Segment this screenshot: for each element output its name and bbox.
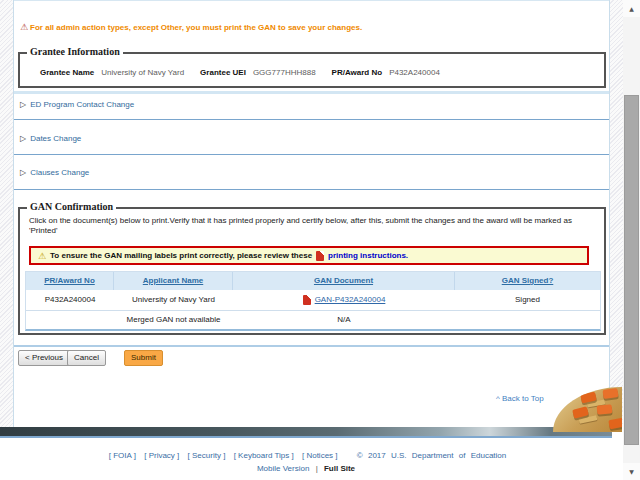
footer-link-group: [ Notices ] [302,451,338,460]
submit-button[interactable]: Submit [124,350,163,366]
left-margin-pattern [0,0,13,427]
section-label[interactable]: Dates Change [30,134,81,143]
divider [14,189,609,190]
header-pr-award-no[interactable]: PR/Award No [26,272,114,290]
copyright-text: © 2017 U.S. Department of Education [357,451,506,460]
bracket: ] [335,451,337,460]
footer-banner [0,427,612,438]
gan-confirmation-legend: GAN Confirmation [27,201,116,212]
bracket: [ [302,451,304,460]
header-applicant-name[interactable]: Applicant Name [114,272,233,290]
footer-link-group: [ Privacy ] [144,451,179,460]
gan-confirmation-page: ▲ ▼ ⚠ For all admin action types, except… [0,0,640,480]
bracket: [ [144,451,146,460]
gan-confirmation-description: Click on the document(s) below to print.… [29,216,595,236]
pr-award-no-value: P432A240004 [389,68,440,77]
vertical-scrollbar[interactable]: ▲ ▼ [623,0,640,480]
top-warning: ⚠ For all admin action types, except Oth… [20,22,362,32]
cell-gan-signed: Signed [455,291,600,309]
grantee-uei-value: GGG777HHH888 [253,68,316,77]
gan-documents-table: PR/Award No Applicant Name GAN Document … [25,271,601,331]
table-row: Merged GAN not available N/A [26,310,600,329]
table-header-row: PR/Award No Applicant Name GAN Document … [26,272,600,290]
grantee-name-value: University of Navy Yard [101,68,184,77]
divider [14,91,609,94]
cell-gan-document: N/A [233,311,455,329]
header-gan-signed[interactable]: GAN Signed? [455,272,600,290]
pdf-icon[interactable] [303,295,311,305]
mailing-labels-alert: ⚠ To ensure the GAN mailing labels print… [29,246,589,265]
bracket: ] [177,451,179,460]
alert-triangle-icon: ⚠ [38,251,46,261]
top-border-line [14,0,609,1]
previous-button[interactable]: < Previous [18,350,70,366]
right-margin-pattern [610,0,623,427]
classroom-desks-image [553,387,622,432]
full-site-link[interactable]: Full Site [324,464,355,473]
printing-instructions-link[interactable]: printing instructions. [328,251,408,260]
footer-link-security[interactable]: Security [192,451,221,460]
scroll-down-icon[interactable]: ▼ [623,463,640,480]
bracket: [ [188,451,190,460]
cell-pr-award-no: P432A240004 [26,291,114,309]
bracket: ] [291,451,293,460]
cancel-button[interactable]: Cancel [67,350,106,366]
scroll-up-icon[interactable]: ▲ [623,0,640,17]
pdf-icon[interactable] [316,251,324,261]
cell-applicant-name: Merged GAN not available [114,311,233,329]
mobile-version-link[interactable]: Mobile Version [257,464,309,473]
section-label[interactable]: ED Program Contact Change [30,100,134,109]
grantee-information-legend: Grantee Information [27,46,123,57]
footer-link-keyboard-tips[interactable]: Keyboard Tips [238,451,289,460]
footer-link-notices[interactable]: Notices [306,451,333,460]
chair-shape [602,388,618,399]
footer-link-group: [ Keyboard Tips ] [234,451,294,460]
chevron-right-icon[interactable]: ▷ [20,134,26,143]
cell-gan-document: GAN-P432A240004 [233,291,455,309]
divider [14,345,609,347]
chevron-right-icon[interactable]: ▷ [20,100,26,109]
separator: | [316,464,318,473]
bracket: [ [234,451,236,460]
bracket: [ [109,451,111,460]
footer-site-mode-row: Mobile Version | Full Site [0,464,612,473]
top-warning-text: For all admin action types, except Other… [30,23,362,32]
footer-link-group: [ FOIA ] [109,451,136,460]
chair-shape [608,418,622,429]
alert-text: To ensure the GAN mailing labels print c… [50,251,312,260]
divider [14,154,609,155]
footer-link-privacy[interactable]: Privacy [149,451,175,460]
grantee-information-fieldset: Grantee Information Grantee Name Univers… [18,52,606,88]
back-to-top-link[interactable]: ^ Back to Top [496,394,544,403]
section-ed-program-contact-change[interactable]: ▷ ED Program Contact Change [20,98,134,110]
pr-award-no-label: PR/Award No [332,68,383,77]
chevron-right-icon[interactable]: ▷ [20,168,26,177]
bracket: ] [223,451,225,460]
divider [14,119,609,120]
grantee-name-label: Grantee Name [40,68,94,77]
cell-applicant-name: University of Navy Yard [114,291,233,309]
gan-confirmation-fieldset: GAN Confirmation Click on the document(s… [18,207,606,335]
table-row: P432A240004 University of Navy Yard GAN-… [26,290,600,310]
grantee-uei-label: Grantee UEI [200,68,246,77]
gan-document-link[interactable]: GAN-P432A240004 [315,291,386,309]
left-border-line [13,0,14,427]
chair-shape [597,404,613,415]
section-label[interactable]: Clauses Change [30,168,89,177]
footer-link-group: [ Security ] [188,451,226,460]
grantee-information-row: Grantee Name University of Navy Yard Gra… [40,68,604,77]
section-clauses-change[interactable]: ▷ Clauses Change [20,166,89,178]
header-gan-document[interactable]: GAN Document [233,272,455,290]
scrollbar-thumb[interactable] [624,95,639,445]
footer-link-foia[interactable]: FOIA [113,451,131,460]
section-dates-change[interactable]: ▷ Dates Change [20,132,81,144]
footer-links-row: [ FOIA ] [ Privacy ] [ Security ] [ Keyb… [0,451,612,460]
bracket: ] [134,451,136,460]
warning-icon: ⚠ [20,22,28,32]
